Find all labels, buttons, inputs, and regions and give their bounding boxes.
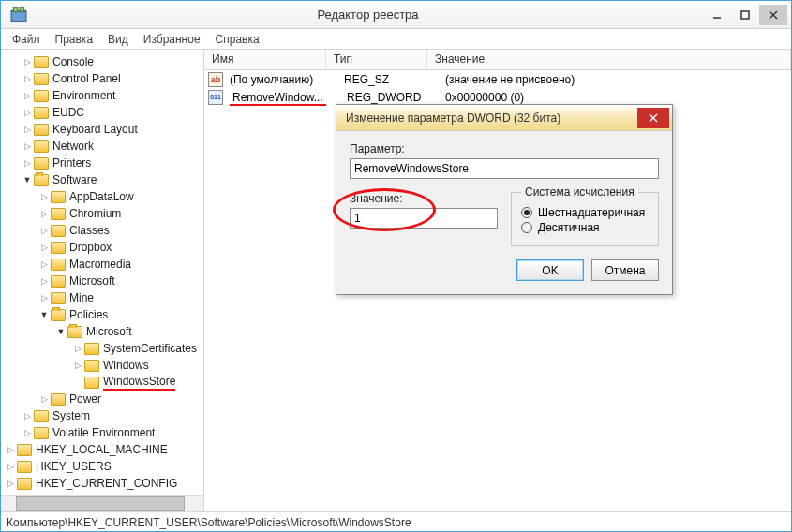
window-title: Редактор реестра xyxy=(33,7,703,22)
tree-item[interactable]: ▼Software xyxy=(1,171,203,188)
col-type[interactable]: Тип xyxy=(326,50,427,69)
tree-item[interactable]: ▷Dropbox xyxy=(1,239,203,256)
tree-item-label: Printers xyxy=(52,156,91,170)
tree-item-label: Dropbox xyxy=(69,241,112,254)
chevron-right-icon[interactable]: ▷ xyxy=(38,259,50,270)
tree-item[interactable]: ▷Network xyxy=(1,138,203,155)
col-name[interactable]: Имя xyxy=(204,50,326,69)
chevron-right-icon[interactable]: ▷ xyxy=(22,56,33,67)
chevron-down-icon[interactable]: ▼ xyxy=(38,309,50,320)
chevron-right-icon[interactable]: ▷ xyxy=(38,292,50,303)
tree-hscrollbar[interactable] xyxy=(1,495,203,511)
chevron-right-icon[interactable]: ▷ xyxy=(38,191,50,202)
folder-icon xyxy=(51,208,66,220)
tree-item[interactable]: ▷System xyxy=(1,407,203,424)
chevron-right-icon[interactable]: ▷ xyxy=(22,140,33,152)
chevron-down-icon[interactable]: ▼ xyxy=(22,174,33,185)
tree-item-label: Windows xyxy=(103,359,149,372)
tree-item[interactable]: ▷Classes xyxy=(1,222,203,239)
chevron-right-icon[interactable]: ▷ xyxy=(38,242,50,253)
ok-button[interactable]: OK xyxy=(516,259,584,281)
maximize-button[interactable] xyxy=(731,5,759,25)
tree-item-label: Software xyxy=(52,173,97,186)
reg-sz-icon xyxy=(208,72,223,87)
folder-icon xyxy=(34,56,49,68)
chevron-right-icon[interactable]: ▷ xyxy=(38,393,50,405)
tree-item[interactable]: WindowsStore xyxy=(1,374,203,391)
chevron-right-icon[interactable]: ▷ xyxy=(22,157,33,169)
tree-item[interactable]: ▷Environment xyxy=(1,87,203,104)
dialog-close-button[interactable] xyxy=(637,108,669,128)
chevron-down-icon[interactable]: ▼ xyxy=(55,326,67,337)
cancel-button[interactable]: Отмена xyxy=(591,259,659,281)
chevron-right-icon[interactable]: ▷ xyxy=(72,343,83,354)
close-button[interactable] xyxy=(759,5,787,25)
menu-favorites[interactable]: Избранное xyxy=(138,31,206,48)
col-value[interactable]: Значение xyxy=(427,50,791,69)
folder-icon xyxy=(34,427,49,439)
radix-fieldset: Система исчисления Шестнадцатеричная Дес… xyxy=(511,192,659,246)
chevron-right-icon[interactable]: ▷ xyxy=(5,461,16,472)
menu-file[interactable]: Файл xyxy=(7,31,46,48)
tree-item[interactable]: ▷AppDataLow xyxy=(1,188,203,205)
chevron-right-icon[interactable]: ▷ xyxy=(22,427,33,438)
chevron-right-icon[interactable] xyxy=(72,377,83,388)
chevron-right-icon[interactable]: ▷ xyxy=(38,208,50,219)
reg-dword-icon xyxy=(208,90,223,105)
menu-edit[interactable]: Правка xyxy=(50,31,99,48)
value-field[interactable] xyxy=(350,208,498,229)
row-type: REG_DWORD xyxy=(341,91,442,104)
chevron-right-icon[interactable]: ▷ xyxy=(22,107,33,118)
chevron-right-icon[interactable]: ▷ xyxy=(22,90,33,101)
radix-dec[interactable]: Десятичная xyxy=(521,221,649,234)
menu-help[interactable]: Справка xyxy=(210,31,265,48)
tree-item[interactable]: ▷Power xyxy=(1,391,203,407)
folder-icon xyxy=(51,191,66,203)
dialog-titlebar[interactable]: Изменение параметра DWORD (32 бита) xyxy=(336,105,672,131)
tree-item[interactable]: ▷HKEY_CURRENT_CONFIG xyxy=(1,475,203,492)
tree-item-label: Console xyxy=(52,55,94,68)
tree-item[interactable]: ▷Macromedia xyxy=(1,256,203,273)
folder-icon xyxy=(84,343,99,355)
tree-item[interactable]: ▷Control Panel xyxy=(1,70,203,87)
row-value: 0x00000000 (0) xyxy=(442,91,791,104)
folder-icon xyxy=(34,174,49,186)
tree-item-label: System xyxy=(52,409,90,422)
param-field[interactable] xyxy=(350,158,659,179)
tree-item[interactable]: ▼Policies xyxy=(1,306,203,323)
menu-view[interactable]: Вид xyxy=(102,31,134,48)
tree-item[interactable]: ▷Printers xyxy=(1,155,203,171)
tree-item[interactable]: ▷Keyboard Layout xyxy=(1,121,203,138)
tree-item[interactable]: ▷Volatile Environment xyxy=(1,424,203,441)
tree-item[interactable]: ▷Chromium xyxy=(1,205,203,222)
tree-item[interactable]: ▷Microsoft xyxy=(1,273,203,289)
tree-item[interactable]: ▷Console xyxy=(1,53,203,70)
chevron-right-icon[interactable]: ▷ xyxy=(38,225,50,236)
chevron-right-icon[interactable]: ▷ xyxy=(5,478,16,489)
tree-item[interactable]: ▷HKEY_USERS xyxy=(1,458,203,475)
tree-item[interactable]: ▷Mine xyxy=(1,289,203,306)
chevron-right-icon[interactable]: ▷ xyxy=(72,360,83,371)
tree-item-label: Control Panel xyxy=(52,72,121,85)
radix-hex[interactable]: Шестнадцатеричная xyxy=(521,206,649,219)
tree-item-label: SystemCertificates xyxy=(103,342,197,355)
tree-item[interactable]: ▷HKEY_LOCAL_MACHINE xyxy=(1,441,203,458)
chevron-right-icon[interactable]: ▷ xyxy=(38,275,50,287)
tree-item-label: Network xyxy=(52,140,94,153)
chevron-right-icon[interactable]: ▷ xyxy=(22,124,33,135)
chevron-right-icon[interactable]: ▷ xyxy=(22,410,33,421)
tree-pane[interactable]: ▷Console▷Control Panel▷Environment▷EUDC▷… xyxy=(1,50,204,511)
value-row[interactable]: (По умолчанию)REG_SZ(значение не присвое… xyxy=(204,70,791,88)
tree-item-label: Environment xyxy=(52,89,115,102)
tree-item-label: HKEY_CURRENT_CONFIG xyxy=(36,477,177,490)
edit-dword-dialog: Изменение параметра DWORD (32 бита) Пара… xyxy=(336,104,673,295)
folder-icon xyxy=(34,140,49,153)
chevron-right-icon[interactable]: ▷ xyxy=(5,444,16,455)
tree-item[interactable]: ▷Windows xyxy=(1,357,203,374)
tree-item[interactable]: ▼Microsoft xyxy=(1,323,203,340)
tree-item[interactable]: ▷SystemCertificates xyxy=(1,340,203,357)
minimize-button[interactable] xyxy=(703,5,731,25)
chevron-right-icon[interactable]: ▷ xyxy=(22,73,33,84)
tree-item[interactable]: ▷EUDC xyxy=(1,104,203,121)
svg-rect-4 xyxy=(741,11,749,19)
